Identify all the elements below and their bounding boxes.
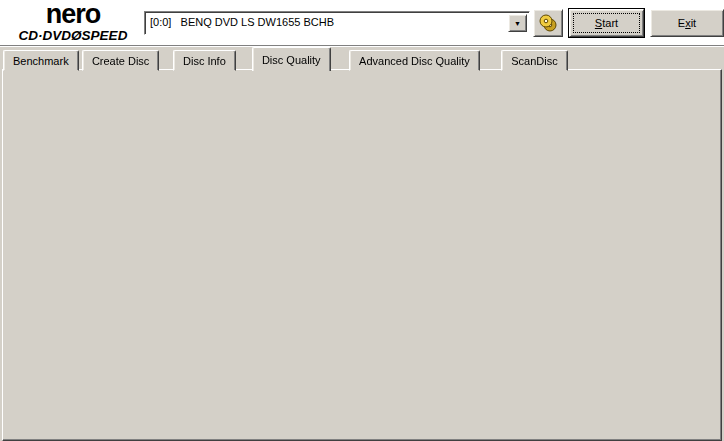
toolbar-divider xyxy=(0,45,724,47)
tab-benchmark[interactable]: Benchmark xyxy=(3,50,79,71)
drive-selector-dropdown[interactable]: [0:0] BENQ DVD LS DW1655 BCHB ▼ xyxy=(144,11,530,35)
exit-button-label: Exit xyxy=(678,17,696,29)
tab-disc-info[interactable]: Disc Info xyxy=(173,50,236,71)
chevron-down-icon[interactable]: ▼ xyxy=(508,14,527,32)
drive-selector-value: [0:0] BENQ DVD LS DW1655 BCHB xyxy=(150,16,334,28)
logo-nero-text: nero xyxy=(8,1,138,28)
logo-subtitle: CD·DVDØSPEED xyxy=(8,29,138,43)
start-button[interactable]: Start xyxy=(569,9,644,37)
disc-stack-icon xyxy=(538,14,558,32)
disc-icon: Ø xyxy=(71,28,82,43)
exit-button[interactable]: Exit xyxy=(650,9,724,37)
tab-create-disc[interactable]: Create Disc xyxy=(82,50,159,71)
app-window: nero CD·DVDØSPEED [0:0] BENQ DVD LS DW16… xyxy=(0,0,724,441)
tab-advanced-disc-quality[interactable]: Advanced Disc Quality xyxy=(349,50,480,71)
toolbar: nero CD·DVDØSPEED [0:0] BENQ DVD LS DW16… xyxy=(0,0,724,45)
start-button-label: Start xyxy=(595,17,618,29)
tab-disc-quality[interactable]: Disc Quality xyxy=(252,47,331,71)
eject-disc-button[interactable] xyxy=(533,9,563,37)
disc-quality-tab-page xyxy=(2,69,722,441)
nero-cd-dvd-speed-logo: nero CD·DVDØSPEED xyxy=(8,1,138,43)
tab-scandisc[interactable]: ScanDisc xyxy=(501,50,567,71)
